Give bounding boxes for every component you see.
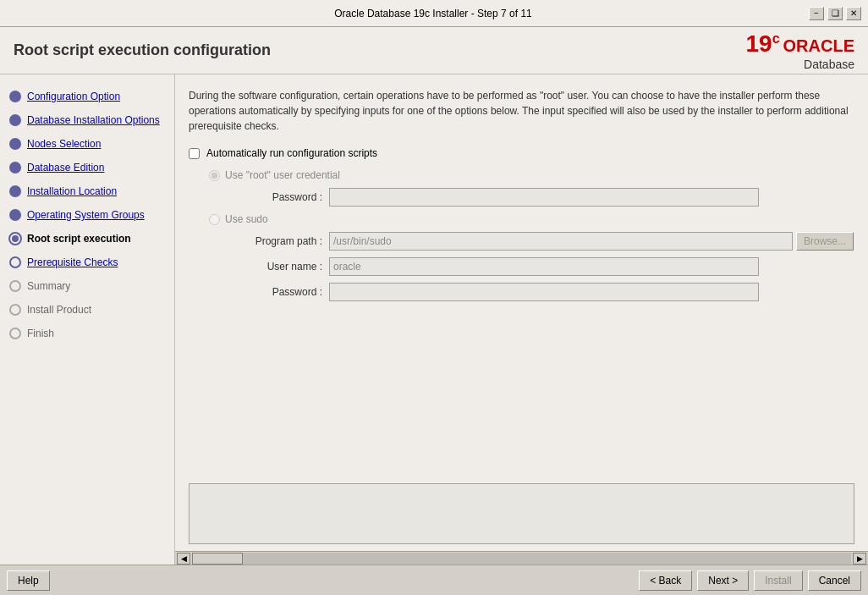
root-credential-label[interactable]: Use "root" user credential [225, 169, 340, 181]
step10-circle [9, 304, 21, 316]
footer: Help < Back Next > Install Cancel [0, 565, 868, 595]
root-password-field: Password : [236, 188, 854, 207]
footer-left: Help [7, 570, 50, 591]
root-password-input[interactable] [329, 188, 759, 207]
content-area: Configuration Option Database Installati… [0, 74, 868, 565]
sidebar-label-configuration-option[interactable]: Configuration Option [27, 91, 120, 102]
step3-circle [9, 138, 21, 150]
sudo-radio-row: Use sudo [209, 213, 854, 225]
sidebar-label-nodes-selection[interactable]: Nodes Selection [27, 138, 101, 150]
page-title: Root script execution configuration [14, 41, 271, 59]
sudo-password-input[interactable] [329, 283, 759, 301]
sidebar-item-database-edition[interactable]: Database Edition [0, 156, 174, 179]
sudo-label[interactable]: Use sudo [225, 213, 268, 225]
terminal-area [189, 483, 854, 544]
back-button[interactable]: < Back [639, 570, 692, 591]
step3-icon [7, 135, 24, 152]
sudo-radio[interactable] [209, 214, 220, 225]
sidebar-item-root-script: Root script execution [0, 227, 174, 251]
scroll-left-button[interactable]: ◀ [177, 553, 190, 565]
sidebar-item-summary: Summary [0, 274, 174, 298]
title-bar-buttons: − ❑ ✕ [809, 7, 861, 20]
close-button[interactable]: ✕ [846, 7, 861, 20]
auto-run-checkbox[interactable] [189, 148, 200, 159]
program-path-input[interactable] [329, 232, 793, 251]
title-bar-title: Oracle Database 19c Installer - Step 7 o… [58, 8, 809, 19]
sidebar-label-os-groups[interactable]: Operating System Groups [27, 209, 145, 221]
oracle-brand: ORACLE [783, 36, 854, 56]
sidebar-label-finish: Finish [27, 328, 54, 339]
program-path-label: Program path : [236, 235, 329, 247]
root-credential-radio-row: Use "root" user credential [209, 169, 854, 181]
step4-circle [9, 162, 21, 174]
step6-circle [9, 209, 21, 221]
sudo-username-label: User name : [236, 261, 329, 273]
scroll-track[interactable] [192, 553, 851, 565]
sidebar-label-install-product: Install Product [27, 304, 91, 316]
sidebar-label-prereq-checks[interactable]: Prerequisite Checks [27, 256, 118, 268]
step1-icon [7, 88, 24, 105]
step5-icon [7, 183, 24, 200]
program-path-field: Program path : Browse... [236, 232, 854, 251]
sidebar-label-summary: Summary [27, 280, 70, 292]
title-bar: Oracle Database 19c Installer - Step 7 o… [0, 0, 868, 27]
step9-icon [7, 278, 24, 295]
oracle-version-sup: c [772, 30, 780, 45]
next-button[interactable]: Next > [697, 570, 749, 591]
install-button[interactable]: Install [754, 570, 802, 591]
minimize-button[interactable]: − [809, 7, 824, 20]
step8-icon [7, 254, 24, 271]
step2-circle [9, 114, 21, 126]
sidebar-item-os-groups[interactable]: Operating System Groups [0, 203, 174, 227]
browse-button[interactable]: Browse... [796, 232, 854, 251]
step8-circle [9, 256, 21, 268]
step11-icon [7, 325, 24, 342]
step9-circle [9, 280, 21, 292]
radio-section: Use "root" user credential Password : Us… [209, 169, 854, 301]
oracle-version: 19c [745, 30, 779, 58]
step5-circle [9, 185, 21, 197]
sudo-username-input[interactable] [329, 257, 759, 276]
sidebar-item-prereq-checks[interactable]: Prerequisite Checks [0, 251, 174, 274]
step10-icon [7, 301, 24, 318]
root-credential-radio[interactable] [209, 170, 220, 181]
main-window: Root script execution configuration 19c … [0, 27, 868, 595]
header: Root script execution configuration 19c … [0, 27, 868, 74]
sidebar-label-root-script: Root script execution [27, 233, 131, 245]
description-text: During the software configuration, certa… [189, 88, 854, 134]
sidebar-item-installation-location[interactable]: Installation Location [0, 179, 174, 203]
auto-run-checkbox-row: Automatically run configuration scripts [189, 147, 854, 159]
step7-icon [7, 230, 24, 247]
step4-icon [7, 159, 24, 176]
sudo-username-field: User name : [236, 257, 854, 276]
help-button[interactable]: Help [7, 570, 50, 591]
sudo-password-field: Password : [236, 283, 854, 301]
cancel-button[interactable]: Cancel [808, 570, 861, 591]
oracle-logo: 19c ORACLE Database [745, 30, 854, 71]
sidebar-item-configuration-option[interactable]: Configuration Option [0, 85, 174, 108]
step11-circle [9, 328, 21, 339]
footer-right: < Back Next > Install Cancel [639, 570, 861, 591]
scroll-thumb[interactable] [192, 553, 243, 565]
oracle-sub: Database [804, 58, 854, 71]
sidebar-item-db-installation-options[interactable]: Database Installation Options [0, 108, 174, 132]
step1-circle [9, 91, 21, 102]
auto-run-label[interactable]: Automatically run configuration scripts [206, 147, 377, 159]
sidebar-label-installation-location[interactable]: Installation Location [27, 185, 117, 197]
restore-button[interactable]: ❑ [827, 7, 843, 20]
sidebar-item-finish: Finish [0, 322, 174, 345]
scrollbar[interactable]: ◀ ▶ [175, 551, 868, 565]
root-password-label: Password : [236, 191, 329, 203]
sudo-password-label: Password : [236, 286, 329, 298]
sidebar-label-database-edition[interactable]: Database Edition [27, 162, 104, 174]
sidebar-item-nodes-selection[interactable]: Nodes Selection [0, 132, 174, 156]
sidebar: Configuration Option Database Installati… [0, 74, 175, 565]
scroll-right-button[interactable]: ▶ [853, 553, 866, 565]
sidebar-label-db-installation-options[interactable]: Database Installation Options [27, 114, 160, 126]
step7-circle [8, 232, 22, 245]
sidebar-item-install-product: Install Product [0, 298, 174, 322]
main-content: During the software configuration, certa… [175, 74, 868, 565]
step6-icon [7, 207, 24, 223]
content-body: During the software configuration, certa… [175, 74, 868, 483]
step2-icon [7, 112, 24, 129]
